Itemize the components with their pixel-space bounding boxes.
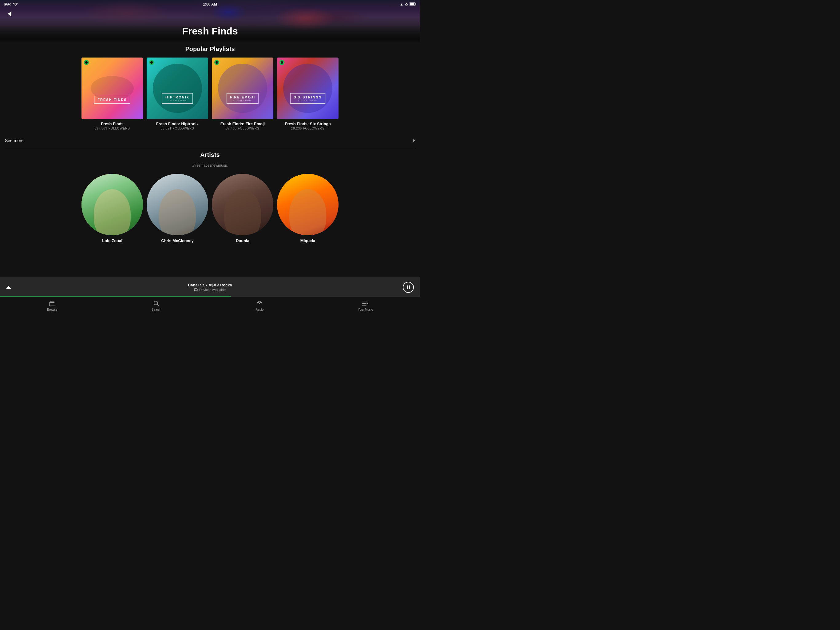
artist-card-dounia[interactable]: Dounia — [212, 174, 273, 243]
playlist-name-fresh-finds: Fresh Finds — [82, 122, 143, 126]
artist-avatar-lolo — [82, 174, 143, 235]
nav-item-browse[interactable]: Browse — [47, 301, 57, 311]
svg-rect-5 — [197, 289, 198, 290]
search-label: Search — [152, 308, 161, 311]
artist-name-miquela: Miquela — [300, 238, 315, 243]
artist-avatar-miquela — [277, 174, 338, 235]
spotify-icon — [84, 60, 89, 65]
playlist-followers-fire-emoji: 37,468 FOLLOWERS — [212, 127, 273, 130]
bottom-nav: Browse Search Radio — [0, 296, 420, 315]
artwork-label-hiptronix: HIPTRONIX FRESH FINDS — [162, 93, 193, 104]
spotify-icon — [279, 60, 284, 65]
status-center: 1:00 AM — [203, 2, 217, 6]
pause-button[interactable] — [403, 282, 414, 293]
artists-subtitle: #freshfacesnewmusic — [5, 163, 415, 168]
playlists-section: Popular Playlists FRESH FINDS Fresh Find… — [0, 40, 420, 133]
playlist-name-hiptronix: Fresh Finds: Hiptronix — [147, 122, 208, 126]
svg-rect-4 — [194, 288, 197, 291]
nav-item-search[interactable]: Search — [152, 301, 161, 311]
device-icon — [194, 288, 198, 291]
nav-item-your-music[interactable]: Your Music — [358, 301, 373, 311]
playlist-card-six-strings[interactable]: SIX STRINGS FRESH FINDS Fresh Finds: Six… — [277, 57, 338, 130]
back-arrow-icon — [8, 11, 11, 16]
artist-name-dounia: Dounia — [236, 238, 249, 243]
now-playing-controls — [403, 282, 414, 293]
status-left: iPad — [4, 2, 17, 6]
search-icon — [153, 301, 159, 307]
radio-label: Radio — [256, 308, 264, 311]
browse-label: Browse — [47, 308, 57, 311]
time-display: 1:00 AM — [203, 2, 217, 6]
artwork-label-fresh-finds: FRESH FINDS — [94, 96, 130, 104]
status-right: ▲ — [400, 2, 416, 7]
see-more-row[interactable]: See more — [0, 133, 420, 148]
now-playing-bar[interactable]: Canal St. • A$AP Rocky Devices Available — [0, 277, 420, 296]
svg-rect-3 — [410, 3, 414, 5]
now-playing-info: Canal St. • A$AP Rocky Devices Available — [188, 283, 232, 291]
spotify-icon — [149, 60, 154, 65]
playlist-artwork-hiptronix: HIPTRONIX FRESH FINDS — [147, 57, 208, 119]
artist-avatar-chris — [147, 174, 208, 235]
artwork-label-six-strings: SIX STRINGS FRESH FINDS — [290, 93, 325, 104]
chevron-right-icon — [413, 139, 415, 142]
svg-point-10 — [259, 303, 260, 304]
artwork-label-fire-emoji: FIRE EMOJI FRESH FINDS — [227, 93, 259, 104]
wifi-icon — [13, 2, 17, 6]
chevron-up-icon — [6, 286, 11, 289]
playlist-artwork-fresh-finds: FRESH FINDS — [82, 57, 143, 119]
status-bar: iPad 1:00 AM ▲ — [0, 0, 420, 9]
pause-icon — [407, 285, 410, 289]
playlist-name-fire-emoji: Fresh Finds: Fire Emoji — [212, 122, 273, 126]
artist-card-lolo[interactable]: Lolo Zouaï — [82, 174, 143, 243]
location-icon: ▲ — [400, 2, 403, 6]
now-playing-track: Canal St. • A$AP Rocky — [188, 283, 232, 287]
artist-card-miquela[interactable]: Miquela — [277, 174, 338, 243]
playlist-card-hiptronix[interactable]: HIPTRONIX FRESH FINDS Fresh Finds: Hiptr… — [147, 57, 208, 130]
main-content: Popular Playlists FRESH FINDS Fresh Find… — [0, 9, 420, 278]
carrier-label: iPad — [4, 2, 11, 6]
spotify-icon — [214, 60, 219, 65]
playlist-name-six-strings: Fresh Finds: Six Strings — [277, 122, 338, 126]
now-playing-device: Devices Available — [194, 288, 226, 291]
svg-point-0 — [15, 5, 16, 6]
nav-item-radio[interactable]: Radio — [256, 301, 264, 311]
playlist-followers-hiptronix: 53,321 FOLLOWERS — [147, 127, 208, 130]
playlist-card-fresh-finds[interactable]: FRESH FINDS Fresh Finds 597,369 FOLLOWER… — [82, 57, 143, 130]
playlists-grid: FRESH FINDS Fresh Finds 597,369 FOLLOWER… — [5, 57, 415, 130]
playlist-followers-fresh-finds: 597,369 FOLLOWERS — [82, 127, 143, 130]
svg-rect-2 — [416, 3, 416, 5]
playlist-artwork-six-strings: SIX STRINGS FRESH FINDS — [277, 57, 338, 119]
playlist-card-fire-emoji[interactable]: FIRE EMOJI FRESH FINDS Fresh Finds: Fire… — [212, 57, 273, 130]
artists-section-title: Artists — [5, 151, 415, 158]
artist-name-lolo: Lolo Zouaï — [102, 238, 122, 243]
bluetooth-icon — [405, 2, 408, 7]
your-music-label: Your Music — [358, 308, 373, 311]
radio-icon — [256, 301, 262, 307]
artists-section: Artists #freshfacesnewmusic Lolo Zouaï — [0, 148, 420, 249]
playlist-followers-six-strings: 28,236 FOLLOWERS — [277, 127, 338, 130]
artist-name-chris: Chris McClenney — [161, 238, 193, 243]
svg-line-9 — [157, 304, 159, 306]
back-button[interactable] — [5, 9, 14, 19]
svg-rect-6 — [49, 302, 55, 306]
see-more-label: See more — [5, 138, 24, 143]
artist-avatar-dounia — [212, 174, 273, 235]
browse-icon — [49, 301, 55, 307]
artist-card-chris[interactable]: Chris McClenney — [147, 174, 208, 243]
playlists-section-title: Popular Playlists — [5, 46, 415, 52]
artists-grid: Lolo Zouaï Chris McClenney Dounia — [5, 174, 415, 243]
playlist-artwork-fire-emoji: FIRE EMOJI FRESH FINDS — [212, 57, 273, 119]
your-music-icon — [362, 301, 368, 307]
battery-icon — [409, 2, 416, 7]
expand-player-button[interactable] — [6, 286, 11, 289]
